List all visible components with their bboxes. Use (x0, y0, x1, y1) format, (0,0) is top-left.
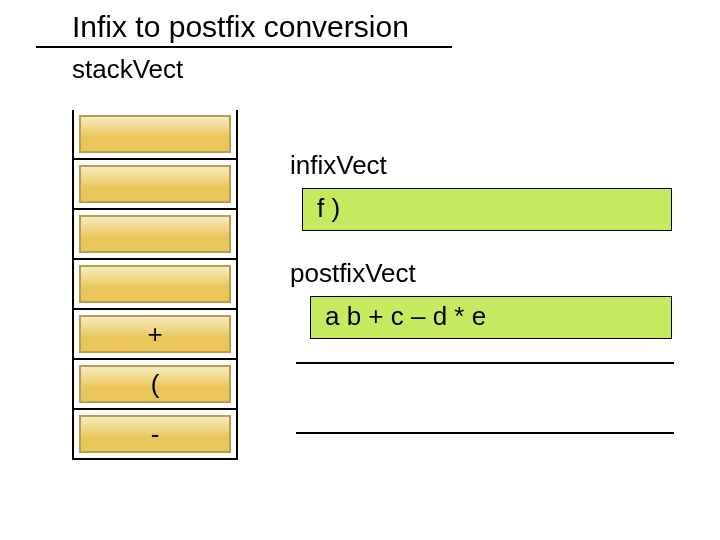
stack-cell (74, 258, 236, 308)
stack-value (79, 215, 231, 253)
infix-vector: f ) (302, 188, 672, 231)
stack-value: + (79, 315, 231, 353)
slide-title: Infix to postfix conversion (36, 0, 452, 48)
stack-cell (74, 208, 236, 258)
stack-cell: ( (74, 358, 236, 408)
postfix-label: postfixVect (290, 258, 416, 289)
stack-value (79, 115, 231, 153)
stack-value: ( (79, 365, 231, 403)
stack-cell (74, 158, 236, 208)
stack-cell: - (74, 408, 236, 458)
divider-line (296, 362, 674, 364)
stack-cell: + (74, 308, 236, 358)
postfix-vector: a b + c – d * e (310, 296, 672, 339)
stack-value: - (79, 415, 231, 453)
stack-cell (74, 110, 236, 158)
stack-value (79, 165, 231, 203)
divider-line (296, 432, 674, 434)
stack-value (79, 265, 231, 303)
stack-container: + ( - (72, 110, 238, 460)
infix-label: infixVect (290, 150, 387, 181)
stack-label: stackVect (0, 48, 720, 85)
